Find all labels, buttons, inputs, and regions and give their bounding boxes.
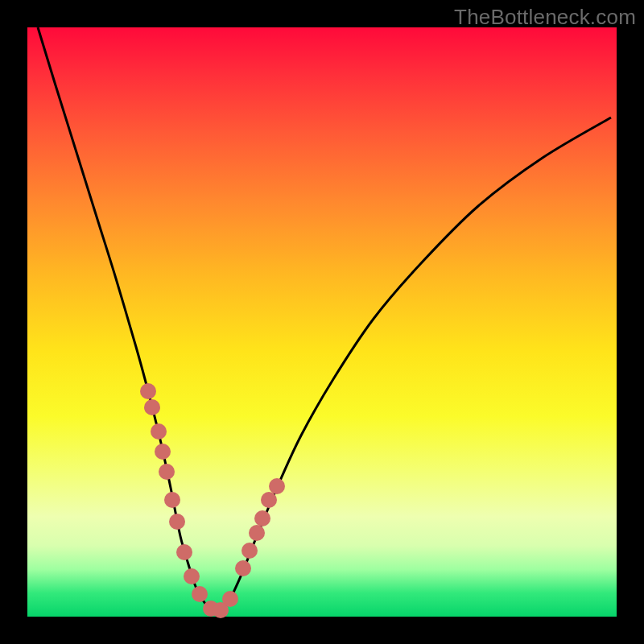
data-dot (144, 399, 160, 415)
data-dot (159, 464, 175, 480)
bottleneck-curve (38, 27, 611, 613)
data-dot (261, 492, 277, 508)
data-dot (184, 568, 200, 584)
data-dot (192, 586, 208, 602)
data-dot (235, 560, 251, 576)
data-dot (222, 591, 238, 607)
data-dot (151, 423, 167, 440)
data-dot (242, 543, 258, 559)
chart-svg (27, 27, 617, 617)
data-dot (254, 510, 270, 526)
data-dot (249, 525, 265, 541)
data-dot (176, 544, 192, 560)
data-dot (169, 514, 185, 530)
data-dots (140, 383, 285, 618)
data-dot (155, 444, 171, 460)
data-dot (269, 478, 285, 494)
watermark-text: TheBottleneck.com (454, 5, 636, 30)
data-dot (140, 383, 156, 399)
data-dot (164, 492, 180, 508)
